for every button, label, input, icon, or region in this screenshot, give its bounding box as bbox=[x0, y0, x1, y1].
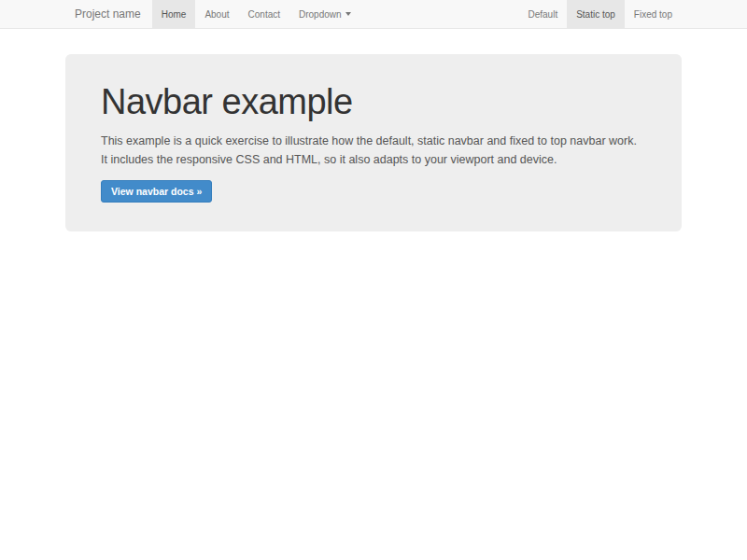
brand-link[interactable]: Project name bbox=[65, 0, 152, 28]
nav-item-default[interactable]: Default bbox=[518, 0, 567, 28]
jumbotron-description: This example is a quick exercise to illu… bbox=[101, 132, 642, 169]
nav-item-contact[interactable]: Contact bbox=[239, 0, 289, 28]
nav-item-about[interactable]: About bbox=[195, 0, 238, 28]
page-title: Navbar example bbox=[101, 82, 646, 122]
page-content: Navbar example This example is a quick e… bbox=[0, 54, 747, 231]
navbar-container: Project name Home About Contact Dropdown… bbox=[65, 0, 682, 28]
jumbotron: Navbar example This example is a quick e… bbox=[65, 54, 682, 231]
navbar-left-nav: Home About Contact Dropdown bbox=[152, 0, 360, 28]
nav-item-fixed-top[interactable]: Fixed top bbox=[625, 0, 682, 28]
nav-item-static-top[interactable]: Static top bbox=[567, 0, 625, 28]
caret-down-icon bbox=[345, 12, 351, 16]
nav-item-home[interactable]: Home bbox=[152, 0, 196, 28]
navbar-right-nav: Default Static top Fixed top bbox=[518, 0, 682, 28]
nav-item-dropdown-label: Dropdown bbox=[299, 9, 342, 20]
view-navbar-docs-button[interactable]: View navbar docs » bbox=[101, 180, 212, 203]
nav-item-dropdown[interactable]: Dropdown bbox=[289, 0, 360, 28]
top-navbar: Project name Home About Contact Dropdown… bbox=[0, 0, 747, 29]
